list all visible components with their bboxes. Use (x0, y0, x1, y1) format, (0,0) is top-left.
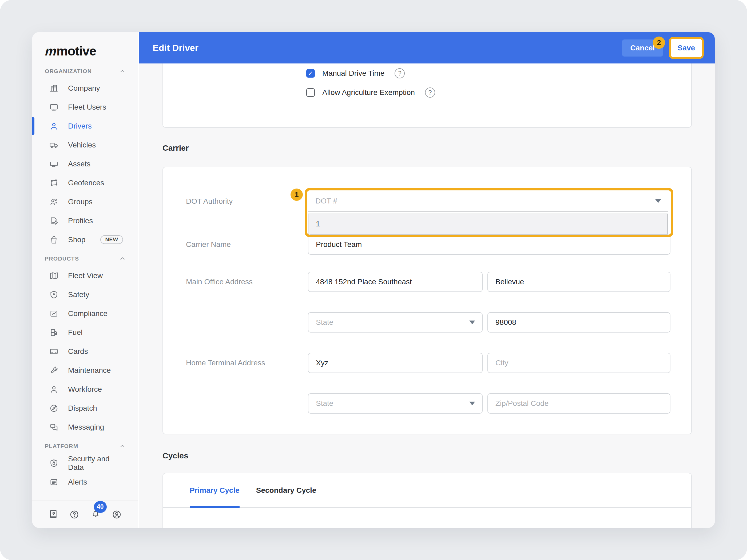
hos-settings-card: ✓ Manual Drive Time ? Allow Agriculture … (162, 63, 692, 128)
sidebar-item-fleet-users[interactable]: Fleet Users (32, 98, 138, 116)
sidebar-item-label: Assets (68, 160, 91, 168)
sidebar-item-safety[interactable]: Safety (32, 285, 138, 304)
sidebar-footer: 40 (32, 501, 138, 528)
sidebar-item-alerts[interactable]: Alerts (32, 473, 138, 491)
edit-driver-header: Edit Driver Cancel 2 Save (139, 32, 715, 63)
carrier-section-heading: Carrier (162, 143, 189, 153)
driver-icon (49, 122, 58, 131)
main-office-street-field[interactable]: 4848 152nd Place Southeast (308, 272, 483, 292)
sidebar-item-label: Geofences (68, 179, 104, 187)
sidebar-item-profiles[interactable]: Profiles (32, 211, 138, 230)
sidebar-item-groups[interactable]: Groups (32, 192, 138, 211)
help-icon[interactable]: ? (425, 87, 435, 98)
agriculture-exemption-label: Allow Agriculture Exemption (322, 88, 415, 97)
building-icon (49, 84, 58, 93)
groups-icon (49, 197, 58, 206)
sidebar-item-label: Company (68, 84, 100, 92)
sidebar-item-geofences[interactable]: Geofences (32, 174, 138, 192)
sidebar-item-label: Alerts (68, 478, 87, 486)
monitor-icon (49, 103, 58, 112)
sidebar-item-shop[interactable]: Shop NEW (32, 230, 138, 249)
annotation-step-1-badge: 1 (290, 189, 303, 201)
sidebar-item-label: Compliance (68, 309, 107, 318)
sidebar-item-label: Groups (68, 197, 93, 206)
sidebar-item-assets[interactable]: Assets (32, 154, 138, 174)
main-office-state-select[interactable]: State (308, 312, 483, 332)
notifications-bell[interactable]: 40 (91, 509, 101, 520)
chevron-up-icon[interactable] (119, 255, 126, 262)
home-terminal-state-select[interactable]: State (308, 393, 483, 414)
motive-logo[interactable]: mmotive (32, 32, 138, 59)
dot-number-select[interactable]: DOT # (308, 191, 668, 211)
account-icon[interactable] (112, 510, 122, 519)
sidebar-item-cards[interactable]: Cards (32, 342, 138, 361)
sidebar-section-organization: ORGANIZATION (32, 64, 138, 79)
sidebar-item-dispatch[interactable]: Dispatch (32, 399, 138, 418)
carrier-name-field[interactable]: Product Team (308, 234, 670, 255)
truck-icon (49, 140, 58, 150)
agriculture-exemption-checkbox[interactable] (306, 88, 315, 97)
notification-count-badge: 40 (94, 501, 107, 513)
sidebar-item-drivers[interactable]: Drivers (32, 116, 138, 135)
chevron-up-icon[interactable] (119, 68, 126, 75)
person-icon (49, 385, 58, 394)
home-terminal-address-label: Home Terminal Address (186, 358, 265, 368)
page-title: Edit Driver (153, 32, 199, 63)
main-office-city-field[interactable]: Bellevue (487, 272, 670, 292)
geofence-icon (49, 179, 58, 187)
sidebar: mmotive ORGANIZATION Company Fleet Users… (32, 32, 138, 528)
sidebar-item-workforce[interactable]: Workforce (32, 380, 138, 399)
sidebar-item-compliance[interactable]: Compliance (32, 304, 138, 323)
sidebar-item-label: Fleet View (68, 271, 103, 280)
manual-drive-time-label: Manual Drive Time (322, 69, 384, 78)
sidebar-item-label: Drivers (68, 122, 92, 130)
manual-drive-time-checkbox[interactable]: ✓ (306, 69, 315, 78)
messaging-icon (49, 423, 58, 432)
dot-number-option-1[interactable]: 1 (308, 214, 668, 234)
carrier-name-label: Carrier Name (186, 240, 231, 249)
sidebar-item-messaging[interactable]: Messaging (32, 418, 138, 436)
tab-secondary-cycle[interactable]: Secondary Cycle (256, 473, 316, 507)
sidebar-item-fleet-view[interactable]: Fleet View (32, 266, 138, 285)
sidebar-item-security-and-data[interactable]: Security and Data (32, 454, 138, 473)
home-terminal-city-field[interactable]: City (487, 353, 670, 373)
card-icon (49, 347, 58, 356)
section-label: PLATFORM (45, 443, 78, 449)
tab-primary-cycle[interactable]: Primary Cycle (190, 473, 239, 507)
help-icon[interactable]: ? (394, 68, 405, 78)
sidebar-item-company[interactable]: Company (32, 79, 138, 98)
guide-book-icon[interactable] (48, 510, 58, 519)
carrier-card: DOT Authority DOT # 1 1 Carrier Name Pro… (162, 167, 692, 434)
sidebar-item-label: Maintenance (68, 366, 111, 375)
sidebar-item-maintenance[interactable]: Maintenance (32, 361, 138, 380)
sidebar-item-label: Safety (68, 290, 89, 299)
sidebar-item-label: Fleet Users (68, 103, 106, 111)
home-terminal-zip-field[interactable]: Zip/Postal Code (487, 393, 670, 414)
profile-settings-icon (49, 216, 58, 225)
dot-number-placeholder: DOT # (315, 197, 337, 205)
sidebar-item-fuel[interactable]: Fuel (32, 323, 138, 342)
cycles-tabbar: Primary Cycle Secondary Cycle (163, 473, 691, 508)
save-button[interactable]: Save (669, 37, 704, 59)
home-terminal-street-field[interactable]: Xyz (308, 353, 483, 373)
help-icon[interactable] (69, 510, 79, 519)
shield-lock-icon (49, 459, 58, 468)
main-office-zip-field[interactable]: 98008 (487, 312, 670, 332)
chevron-down-icon (469, 321, 475, 324)
sidebar-item-vehicles[interactable]: Vehicles (32, 135, 138, 154)
new-badge: NEW (100, 235, 123, 244)
chevron-down-icon (469, 402, 475, 405)
sidebar-item-label: Dispatch (68, 404, 97, 412)
shopping-bag-icon (49, 235, 58, 244)
sidebar-item-label: Workforce (68, 385, 102, 394)
wrench-icon (49, 366, 58, 375)
section-label: PRODUCTS (45, 256, 79, 262)
manual-drive-time-row: ✓ Manual Drive Time ? (306, 68, 405, 78)
chevron-up-icon[interactable] (119, 443, 126, 450)
shield-icon (49, 290, 58, 299)
sidebar-nav: ORGANIZATION Company Fleet Users Drivers (32, 64, 138, 491)
main-office-address-label: Main Office Address (186, 277, 253, 286)
logo-text: motive (56, 44, 96, 58)
trailer-icon (49, 159, 58, 168)
main-area: Edit Driver Cancel 2 Save ✓ Manual Drive… (139, 32, 715, 528)
